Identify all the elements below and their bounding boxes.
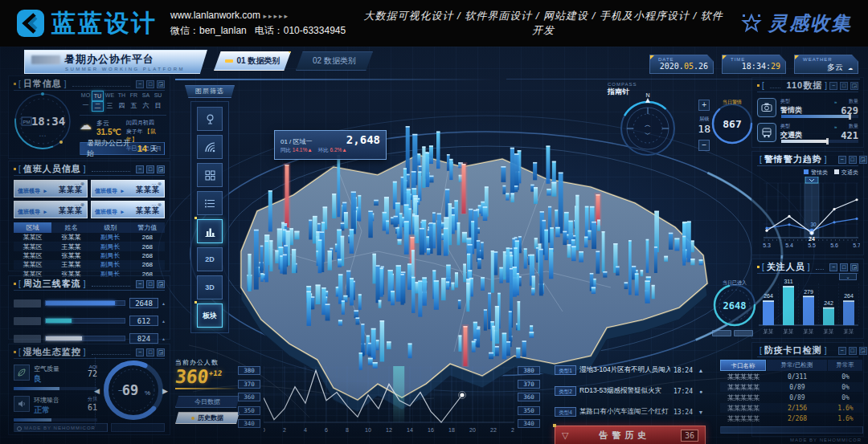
compass-dial[interactable]: N ︿ ﹀ <box>614 93 682 161</box>
minimize-icon[interactable]: − <box>136 280 144 288</box>
minimize-icon[interactable]: − <box>136 80 144 88</box>
expand-icon[interactable]: ◲ <box>850 263 858 271</box>
table-row[interactable]: 某某某某某0/890% <box>720 393 863 402</box>
weekday-en[interactable]: FR <box>128 91 140 101</box>
minimize-icon[interactable]: − <box>838 156 846 164</box>
duty-col-header[interactable]: 区域 <box>14 222 51 233</box>
focus-bar[interactable] <box>823 308 834 325</box>
duty-col-header[interactable]: 级别 <box>91 223 130 232</box>
expand-icon[interactable]: ◲ <box>850 82 858 90</box>
expand-icon[interactable]: ◲ <box>859 156 867 164</box>
focus-bar[interactable] <box>763 300 774 325</box>
focus-bar[interactable] <box>783 286 794 325</box>
duty-col-header[interactable]: 警力值 <box>130 223 165 232</box>
alert-bar-3d <box>285 165 289 227</box>
weekday-cn[interactable]: 三 <box>104 101 116 112</box>
weekday-en[interactable]: SA <box>140 91 152 101</box>
minimize-icon[interactable]: − <box>829 82 837 90</box>
table-row[interactable]: 某某区王某某副局长268 <box>14 242 165 251</box>
duty-card[interactable]: 值班领导 ▸⋯ ⊗某某某 <box>14 201 88 218</box>
expand-icon[interactable]: ◲ <box>157 165 165 173</box>
window-icon[interactable]: □ <box>849 347 857 355</box>
layer-button-3D[interactable]: 3D <box>197 275 223 299</box>
layer-button-板块[interactable]: 板块 <box>197 303 223 328</box>
minimize-icon[interactable]: − <box>838 347 846 355</box>
alert-history-button[interactable]: ▽ 告警历史 36 <box>555 426 706 444</box>
band-dropdown[interactable] <box>805 177 818 183</box>
weekday-cn[interactable]: 四 <box>116 101 128 112</box>
weekday-en[interactable]: SU <box>152 91 164 101</box>
chart-icon[interactable] <box>197 219 223 243</box>
table-row[interactable]: 某某区张某某副局长268 <box>14 251 165 260</box>
expand-icon[interactable]: ◲ <box>157 280 165 288</box>
focus-bar-chart[interactable]: 264某某311某某279某某242某某264某某 <box>757 275 860 336</box>
signal-icon[interactable] <box>197 135 223 159</box>
grid-icon[interactable] <box>197 163 223 187</box>
x-tick-label: 5.7 <box>853 242 860 248</box>
window-icon[interactable]: □ <box>146 280 154 288</box>
weekday-en[interactable]: TH <box>116 91 128 101</box>
table-row[interactable]: 某某某某某2/2681.6% <box>720 413 863 423</box>
focus-bar[interactable] <box>843 300 854 325</box>
weather-cloud-icon: ☁ <box>80 119 92 131</box>
layer-button-2D[interactable]: 2D <box>197 247 223 271</box>
alert-marker-icon[interactable]: ● <box>696 389 706 394</box>
weekday-cn[interactable]: 五 <box>128 101 140 112</box>
table-row[interactable]: 某某某某某0/3110% <box>720 372 863 381</box>
alert-row[interactable]: 类型1湿地3-104片区有不明人员闯入18:24▲ <box>555 361 706 379</box>
arrow-left-icon[interactable]: ◀ <box>94 387 100 395</box>
minimize-icon[interactable]: − <box>136 348 144 356</box>
expand-icon[interactable]: ◲ <box>157 80 165 88</box>
y-axis-right: 380370360350340 <box>518 365 540 437</box>
focus-chip-redacted[interactable] <box>734 330 753 336</box>
checkpoint-col-header[interactable]: 卡口名称 <box>720 360 766 371</box>
table-row[interactable]: 某某区张某某副局长268 <box>14 233 165 242</box>
bar-value-label: 242 <box>824 300 833 306</box>
window-icon[interactable]: □ <box>146 165 154 173</box>
window-icon[interactable]: □ <box>840 82 848 90</box>
alert-marker-icon[interactable]: ▲ <box>696 368 706 373</box>
today-data-button[interactable]: 今日数据 <box>175 396 240 408</box>
alert-row[interactable]: 类型2RD13-53烟感报警疑似火灾17:24● <box>555 382 706 400</box>
minimize-icon[interactable]: − <box>136 165 144 173</box>
history-data-button[interactable]: 历史数据 <box>175 412 240 424</box>
focus-bar[interactable] <box>803 296 814 325</box>
duty-card[interactable]: 值班领导 ▸⋯ ⊗某某某 <box>14 180 88 198</box>
table-row[interactable]: 某某某某某0/890% <box>720 382 863 392</box>
tab-data-category-2[interactable]: 02 数据类别 <box>296 51 373 71</box>
office-line-chart[interactable]: 024681012141618202224 <box>264 365 514 437</box>
alert-marker-icon[interactable]: ▼ <box>696 409 706 415</box>
table-row[interactable]: 某某区王某某副局长268 <box>14 260 165 269</box>
weekday-cn[interactable]: 六 <box>140 101 152 112</box>
weekday-cn[interactable]: 日 <box>152 101 164 112</box>
weekday-en[interactable]: WE <box>104 91 116 101</box>
y-tick: 360 <box>518 393 540 401</box>
minimize-icon[interactable]: − <box>829 263 837 271</box>
tab-data-category-1[interactable]: 01 数据类别 <box>214 51 291 71</box>
table-row[interactable]: 某某某某某2/1561.6% <box>720 403 863 413</box>
duty-col-header[interactable]: 姓名 <box>51 223 91 232</box>
pin-icon[interactable] <box>197 107 223 131</box>
alert-row[interactable]: 类型4某路口有小汽车连闯三个红灯13:24▼ <box>555 403 706 421</box>
expand-icon[interactable]: ◲ <box>157 348 165 356</box>
weekday-en[interactable]: TU <box>92 91 104 101</box>
window-icon[interactable]: □ <box>146 80 154 88</box>
trend-line-chart[interactable]: 24305.35.45.55.65.7 <box>757 177 860 251</box>
list-icon[interactable] <box>197 191 223 215</box>
focus-filter-dropdown[interactable]: ⌄ <box>839 273 857 280</box>
window-icon[interactable]: □ <box>849 156 857 164</box>
expand-icon[interactable]: ◲ <box>859 347 867 355</box>
focus-chip-redacted[interactable] <box>712 330 731 336</box>
website-link[interactable]: www.lanlanwork.com <box>170 10 260 21</box>
data-point <box>833 221 835 223</box>
window-icon[interactable]: □ <box>146 348 154 356</box>
inspiration-collect[interactable]: 灵感收集 <box>741 10 852 36</box>
duty-card[interactable]: 值班领导 ▸⋯ ⊗某某某 <box>91 201 165 218</box>
duty-card[interactable]: 值班领导 ▸⋯ ⊗某某某 <box>91 180 165 198</box>
weekday-en[interactable]: MO <box>80 91 92 101</box>
window-icon[interactable]: □ <box>840 263 848 271</box>
x-tick-label: 2 <box>283 427 286 433</box>
weekday-cn[interactable]: 二 <box>92 101 104 112</box>
weekday-cn[interactable]: 一 <box>80 101 92 112</box>
arrow-right-icon[interactable]: ▶ <box>162 387 168 395</box>
